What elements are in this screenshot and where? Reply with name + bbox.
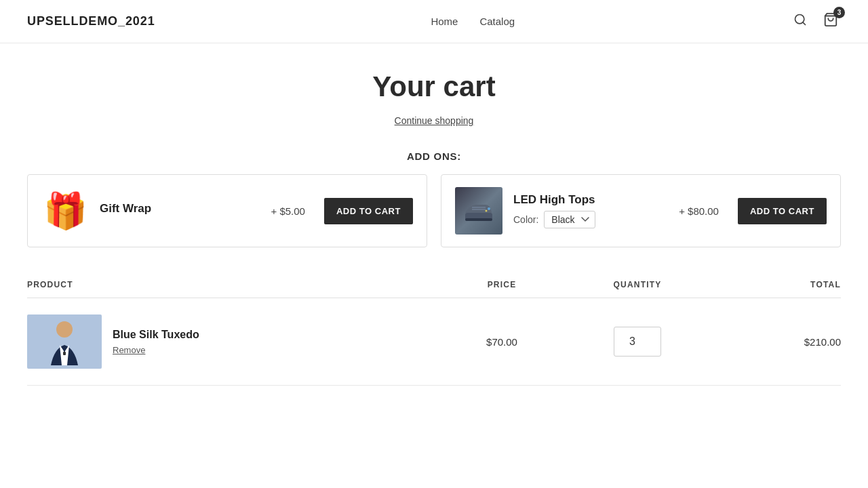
color-select[interactable]: Black White Red Blue [544,211,595,228]
svg-point-7 [488,207,490,210]
cart-table: PRODUCT PRICE QUANTITY TOTAL [27,280,841,386]
svg-line-1 [803,22,806,25]
main-nav: Home Catalog [431,16,515,27]
total-cell: $210.00 [705,336,841,348]
product-cell: Blue Silk Tuxedo Remove [27,314,434,369]
header: UPSELLDEMO_2021 Home Catalog 3 [0,0,868,43]
color-label: Color: [513,214,538,225]
tuxedo-svg [37,314,92,369]
addon-card-gift-wrap: 🎁 Gift Wrap + $5.00 ADD TO CART [27,174,427,247]
product-info: Blue Silk Tuxedo Remove [113,329,199,355]
addon-led-tops-name: LED High Tops [513,193,668,207]
header-actions: 3 [791,9,841,34]
addons-section: ADD ONS: 🎁 Gift Wrap + $5.00 ADD TO CART [27,150,841,247]
main-content: Your cart Continue shopping ADD ONS: 🎁 G… [0,43,868,426]
svg-point-10 [56,321,73,338]
col-product: PRODUCT [27,280,434,289]
col-price: PRICE [434,280,570,289]
nav-home[interactable]: Home [431,16,458,27]
nav-catalog[interactable]: Catalog [479,16,515,27]
search-icon [793,13,807,26]
addons-grid: 🎁 Gift Wrap + $5.00 ADD TO CART [27,174,841,247]
addon-gift-wrap-details: Gift Wrap [100,202,260,220]
shoes-svg [462,194,496,228]
site-logo[interactable]: UPSELLDEMO_2021 [27,14,155,28]
svg-rect-4 [465,218,492,221]
search-button[interactable] [791,10,810,33]
svg-rect-11 [63,352,66,355]
col-total: TOTAL [705,280,841,289]
addon-gift-wrap-add-to-cart-button[interactable]: ADD TO CART [324,198,413,224]
quantity-input[interactable] [614,327,661,357]
continue-shopping-link[interactable]: Continue shopping [27,115,841,126]
addon-led-tops-price: + $80.00 [679,205,719,217]
addon-led-tops-details: LED High Tops Color: Black White Red Blu… [513,193,668,228]
cart-button[interactable]: 3 [821,9,841,34]
table-row: Blue Silk Tuxedo Remove $70.00 $210.00 [27,298,841,386]
led-shoes-image [455,187,502,235]
quantity-cell [570,327,705,357]
cart-table-header: PRODUCT PRICE QUANTITY TOTAL [27,280,841,298]
cart-badge: 3 [833,7,845,18]
addons-label: ADD ONS: [27,150,841,162]
price-cell: $70.00 [434,336,570,348]
gift-wrap-image: 🎁 [41,187,89,235]
svg-point-8 [486,210,488,212]
addon-card-led-high-tops: LED High Tops Color: Black White Red Blu… [441,174,841,247]
page-title: Your cart [27,70,841,103]
addon-led-tops-add-to-cart-button[interactable]: ADD TO CART [738,198,827,224]
addon-gift-wrap-name: Gift Wrap [100,202,260,216]
product-image [27,314,102,369]
addon-gift-wrap-price: + $5.00 [271,205,304,217]
col-quantity: QUANTITY [570,280,705,289]
addon-led-tops-color-row: Color: Black White Red Blue [513,211,668,228]
remove-button[interactable]: Remove [113,345,199,355]
product-name: Blue Silk Tuxedo [113,329,199,341]
